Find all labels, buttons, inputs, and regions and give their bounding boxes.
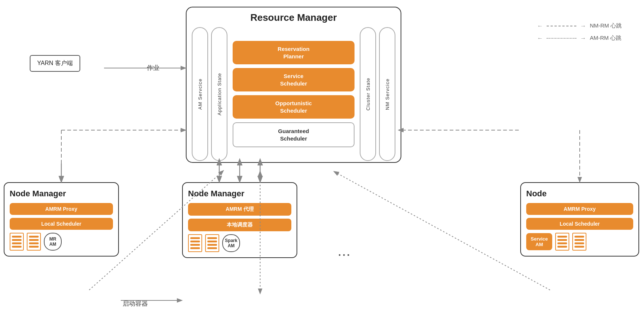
am-rm-label: AM-RM 心跳 [590,35,621,42]
rm-col-app-state-label: Application State [217,73,222,116]
arrow-left-icon: ← [537,23,543,29]
nm-rm-line [547,26,576,26]
legend-nm-rm: ← → NM-RM 心跳 [537,22,622,29]
nm3-service-am: ServiceAM [526,233,552,250]
rm-col-cluster-state: Cluster State [360,27,376,161]
svg-line-11 [334,172,550,290]
nm2-stack-2 [205,234,219,252]
nm1-local-scheduler: Local Scheduler [10,218,113,230]
rm-col-cluster-state-label: Cluster State [365,78,371,110]
legend: ← → NM-RM 心跳 ← → AM-RM 心跳 [537,22,622,47]
rm-col-nm-service-label: NM Servcice [385,78,390,110]
node-manager-1-box: Node Manager AMRM Proxy Local Scheduler … [4,182,119,257]
nm2-amrm-proxy: AMRM 代理 [188,203,291,216]
nm1-stack-1 [10,233,24,251]
node-3-box: Node AMRM Proxy Local Scheduler ServiceA… [520,182,639,257]
resource-manager-box: Resource Manager AM Servcice Application… [186,7,401,163]
rm-title: Resource Manager [187,7,401,23]
reservation-planner-block: ReservationPlanner [233,41,355,64]
rm-col-am-service: AM Servcice [192,27,208,161]
diagram: ← → NM-RM 心跳 ← → AM-RM 心跳 Resource Manag… [0,0,644,319]
rm-inner: AM Servcice Application State Reservatio… [187,27,401,161]
nm1-amrm-proxy: AMRM Proxy [10,203,113,215]
nm3-container-row: ServiceAM [526,233,633,251]
nm2-spark-am: SparkAM [222,234,240,252]
nm2-stack-1 [188,234,202,252]
dots: ··· [338,249,351,261]
svg-text:作业: 作业 [146,64,159,71]
svg-text:启动容器: 启动容器 [123,300,148,307]
nm1-mr-am: MRAM [44,233,62,251]
nm2-container-row: SparkAM [188,234,291,252]
service-scheduler-block: ServiceScheduler [233,68,355,91]
arrow-right-icon: → [580,23,586,29]
nm2-title: Node Manager [188,189,291,199]
rm-col-am-service-label: AM Servcice [197,78,203,110]
guaranteed-scheduler-block: GuaranteedScheduler [233,122,355,147]
am-rm-line [547,38,576,39]
nm1-stack-2 [27,233,41,251]
legend-am-rm: ← → AM-RM 心跳 [537,35,622,42]
rm-col-app-state: Application State [211,27,227,161]
nm3-amrm-proxy: AMRM Proxy [526,203,633,215]
arrow-right-dot-icon: → [580,35,586,42]
nm1-container-row: MRAM [10,233,113,251]
nm1-title: Node Manager [10,189,113,199]
nm2-local-scheduler: 本地调度器 [188,219,291,231]
nm3-local-scheduler: Local Scheduler [526,218,633,230]
node-manager-2-box: Node Manager AMRM 代理 本地调度器 SparkAM [182,182,297,258]
yarn-client-box: YARN 客户端 [30,55,80,72]
rm-center-col: ReservationPlanner ServiceScheduler Oppo… [230,27,357,161]
nm-rm-label: NM-RM 心跳 [590,22,622,29]
arrow-left-dot-icon: ← [537,35,543,42]
opportunistic-scheduler-block: OpportunisticScheduler [233,95,355,119]
nm3-stack-2 [572,233,586,251]
nm3-title: Node [526,189,633,199]
rm-col-nm-service: NM Servcice [379,27,395,161]
yarn-client-label: YARN 客户端 [37,60,73,66]
nm3-stack-1 [555,233,569,251]
